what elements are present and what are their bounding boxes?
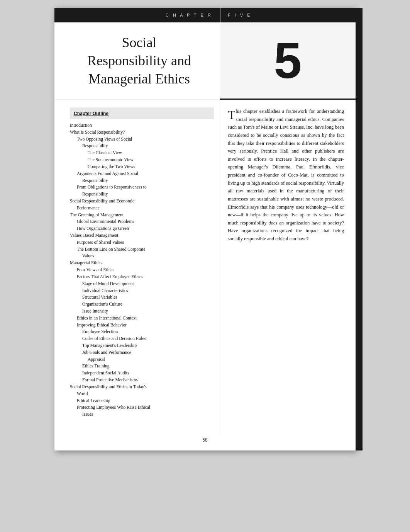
page-container: C H A P T E R F I V E Social Responsibil… <box>54 8 356 450</box>
five-label: F I V E <box>228 13 252 17</box>
outline-item: How Organizations go Green <box>70 225 214 232</box>
outline-item: Individual Characteristics <box>70 287 214 294</box>
outline-item: Responsibility <box>70 177 214 184</box>
outline-item: The Socioeconomic View <box>70 156 214 163</box>
outline-item: Responsibility <box>70 191 214 198</box>
outline-item: Codes of Ethics and Decision Rules <box>70 335 214 342</box>
outline-item: Employee Selection <box>70 328 214 335</box>
outline-item: Values-Based Management <box>70 232 214 239</box>
outline-item: Issues <box>70 411 214 418</box>
page-number: 58 <box>202 437 207 443</box>
outline-item: Issue Intensity <box>70 308 214 315</box>
outline-item: Introduction <box>70 122 214 129</box>
outline-item: Values <box>70 253 214 260</box>
outline-item: World <box>70 391 214 398</box>
outline-item: Stage of Moral Development <box>70 280 214 287</box>
title-line2: Responsibility and <box>87 52 191 70</box>
outline-item: Social Responsibility and Economic <box>70 198 214 205</box>
drop-cap: T <box>228 109 235 121</box>
left-column: Chapter Outline IntroductionWhat Is Soci… <box>54 100 220 433</box>
right-tab-decoration <box>356 8 363 450</box>
chapter-label-area: C H A P T E R <box>54 8 220 22</box>
main-content: Chapter Outline IntroductionWhat Is Soci… <box>54 100 356 433</box>
outline-item: Arguments For and Against Social <box>70 170 214 177</box>
right-column: This chapter establishes a framework for… <box>220 100 356 433</box>
outline-item: Purposes of Shared Values <box>70 239 214 246</box>
outline-item: Comparing the Two Views <box>70 163 214 170</box>
outline-box: Chapter Outline <box>70 107 214 119</box>
outline-item: Two Opposing Views of Social <box>70 136 214 143</box>
five-label-area: F I V E <box>220 8 356 22</box>
intro-paragraph: This chapter establishes a framework for… <box>228 107 344 243</box>
header-dark-bar: C H A P T E R F I V E <box>54 8 356 22</box>
outline-item: Factors That Affect Employee Ethics <box>70 274 214 280</box>
header-divider <box>220 8 221 22</box>
title-section: Social Responsibility and Managerial Eth… <box>54 22 220 100</box>
chapter-title: Social Responsibility and Managerial Eth… <box>87 34 191 88</box>
outline-item: From Obligations to Responsiveness to <box>70 184 214 191</box>
outline-item: Ethics Training <box>70 363 214 370</box>
intro-italic: does <box>269 220 278 226</box>
outline-item: Protecting Employees Who Raise Ethical <box>70 404 214 411</box>
chapter-number: 5 <box>274 36 302 86</box>
title-line1: Social <box>87 34 191 52</box>
outline-list: IntroductionWhat Is Social Responsibilit… <box>70 122 214 418</box>
outline-item: Structural Variables <box>70 294 214 301</box>
outline-item: Responsibility <box>70 143 214 150</box>
outline-item: Independent Social Audits <box>70 370 214 377</box>
outline-item: Formal Protective Mechanisms <box>70 377 214 384</box>
outline-item: Improving Ethical Behavior <box>70 322 214 329</box>
outline-item: What Is Social Responsibility? <box>70 129 214 136</box>
outline-item: Top Management's Leadership <box>70 342 214 349</box>
outline-item: Appraisal <box>70 356 214 363</box>
outline-item: Social Responsibility and Ethics in Toda… <box>70 384 214 391</box>
header-content-area: Social Responsibility and Managerial Eth… <box>54 22 356 100</box>
outline-item: Job Goals and Performance <box>70 349 214 356</box>
outline-item: Global Environmental Problems <box>70 218 214 225</box>
outline-item: The Classical View <box>70 150 214 156</box>
chapter-label: C H A P T E R <box>166 13 212 17</box>
outline-item: Performance <box>70 205 214 212</box>
outline-item: The Greening of Management <box>70 212 214 219</box>
intro-text-part1: his chapter establishes a framework for … <box>228 109 344 226</box>
outline-item: Ethics in an International Context <box>70 315 214 322</box>
outline-item: Four Views of Ethics <box>70 267 214 274</box>
outline-item: The Bottom Line on Shared Corporate <box>70 246 214 253</box>
outline-item: Managerial Ethics <box>70 260 214 267</box>
outline-title: Chapter Outline <box>74 111 108 116</box>
title-line3: Managerial Ethics <box>87 70 191 88</box>
page-footer: 58 <box>54 433 356 450</box>
outline-item: Ethical Leadership <box>70 398 214 405</box>
outline-item: Organization's Culture <box>70 301 214 308</box>
number-section: 5 <box>220 22 356 100</box>
